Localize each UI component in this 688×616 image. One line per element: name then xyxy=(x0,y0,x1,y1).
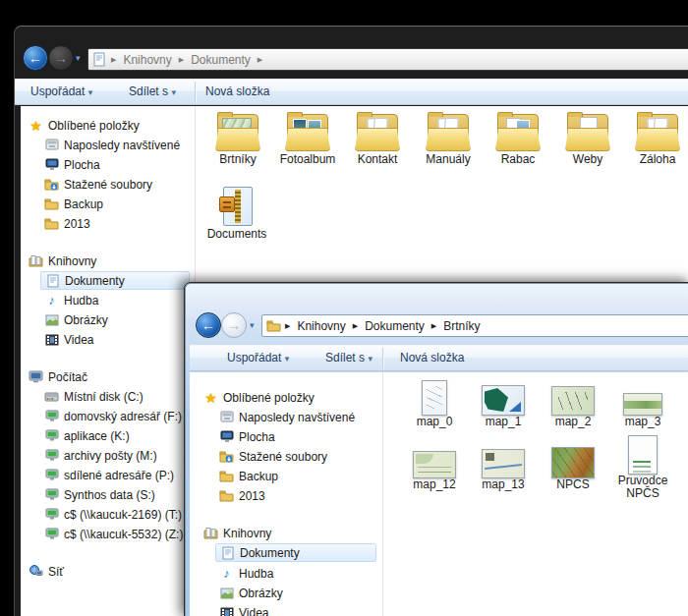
back-button[interactable]: ← xyxy=(23,45,48,71)
sidebar-item-recent[interactable]: Naposledy navštívené xyxy=(44,136,180,154)
videos-icon xyxy=(44,332,59,347)
file-documents-zip[interactable]: Documents xyxy=(202,185,271,241)
new-folder-button[interactable]: Nová složka xyxy=(400,351,464,364)
sidebar-item-obrazky[interactable]: Obrázky xyxy=(44,310,108,329)
sidebar-item-plocha[interactable]: Plocha xyxy=(219,427,275,446)
music-note-icon: ♪ xyxy=(219,566,234,581)
network-drive-icon xyxy=(44,468,59,482)
folder-icon xyxy=(425,114,472,151)
toolbar-separator xyxy=(195,82,196,102)
sidebar-item-backup[interactable]: Backup xyxy=(219,467,278,485)
sidebar-item-videa[interactable]: Videa xyxy=(219,603,268,616)
star-icon: ★ xyxy=(29,118,43,133)
map-thumbnail-icon xyxy=(623,393,662,416)
file-map_2[interactable]: map_2 xyxy=(542,374,604,428)
breadcrumb-knihovny[interactable]: Knihovny xyxy=(294,319,348,333)
organize-button[interactable]: Uspořádat ▾ xyxy=(227,351,289,364)
sidebar-item-dokumenty[interactable]: Dokumenty xyxy=(215,543,376,562)
sidebar-item-2013[interactable]: 2013 xyxy=(219,486,265,505)
sidebar-item-drive-k[interactable]: aplikace (K:) xyxy=(44,426,130,445)
pictures-icon xyxy=(219,586,234,600)
address-bar[interactable]: ▶ Knihovny ▶ Dokumenty ▶ xyxy=(87,48,688,71)
breadcrumb-dokumenty[interactable]: Dokumenty xyxy=(362,319,428,333)
file-npcs[interactable]: NPČS xyxy=(542,437,604,491)
sidebar-item-plocha[interactable]: Plocha xyxy=(44,155,100,174)
sidebar-item-drive-s[interactable]: Synthos data (S:) xyxy=(44,485,155,504)
sidebar-section-network[interactable]: Síť xyxy=(29,562,64,581)
folder-icon xyxy=(354,114,401,151)
chevron-down-icon: ▾ xyxy=(285,354,290,364)
sidebar-item-obrazky[interactable]: Obrázky xyxy=(219,584,283,602)
sidebar-item-disk-c[interactable]: Místní disk (C:) xyxy=(44,387,143,406)
folder-rabac[interactable]: Rabac xyxy=(484,110,552,166)
sidebar-item-hudba[interactable]: ♪Hudba xyxy=(219,564,273,583)
network-drive-icon xyxy=(44,448,59,463)
sidebar-item-backup[interactable]: Backup xyxy=(44,195,103,213)
file-map_12[interactable]: map_12 xyxy=(403,437,466,491)
breadcrumb-dokumenty[interactable]: Dokumenty xyxy=(188,53,254,67)
folder-zaloha[interactable]: Záloha xyxy=(623,110,688,166)
breadcrumb-separator: ▶ xyxy=(284,322,291,330)
sidebar-item-dokumenty[interactable]: Dokumenty xyxy=(40,271,190,290)
sidebar-item-drive-z[interactable]: c$ (\\kaucuk-5532) (Z:) xyxy=(44,525,183,543)
sidebar-item-drive-t[interactable]: c$ (\\kaucuk-2169) (T:) xyxy=(44,505,182,524)
window2-titlebar[interactable] xyxy=(186,284,688,309)
window1-titlebar[interactable] xyxy=(15,27,688,42)
history-dropdown[interactable]: ▾ xyxy=(250,321,255,330)
forward-button[interactable]: → xyxy=(221,312,247,338)
sidebar-item-drive-p[interactable]: sdílené adresáře (P:) xyxy=(44,466,174,484)
folder-weby[interactable]: Weby xyxy=(553,110,622,166)
sidebar-item-downloads[interactable]: Stažené soubory xyxy=(219,447,327,466)
sidebar-item-videa[interactable]: Videa xyxy=(44,330,93,349)
back-arrow-icon: ← xyxy=(201,318,215,332)
share-button[interactable]: Sdílet s ▾ xyxy=(325,351,373,364)
folder-icon xyxy=(44,196,59,211)
forward-arrow-icon: → xyxy=(54,51,68,65)
hard-disk-icon xyxy=(44,389,59,404)
breadcrumb-separator: ▶ xyxy=(178,56,185,64)
breadcrumb-brtniky[interactable]: Brtníky xyxy=(440,319,483,333)
sidebar-item-recent[interactable]: Naposledy navštívené xyxy=(219,408,355,426)
back-button[interactable]: ← xyxy=(196,312,221,338)
breadcrumb-knihovny[interactable]: Knihovny xyxy=(120,53,174,67)
sidebar-item-2013[interactable]: 2013 xyxy=(44,214,90,233)
file-map_3[interactable]: map_3 xyxy=(611,374,674,428)
file-map_0[interactable]: map_0 xyxy=(403,374,466,428)
sidebar-item-downloads[interactable]: Stažené soubory xyxy=(44,175,152,194)
breadcrumb-separator: ▶ xyxy=(257,56,263,64)
folder-kontakt[interactable]: Kontakt xyxy=(343,110,412,166)
history-dropdown[interactable]: ▾ xyxy=(76,54,81,63)
address-bar[interactable]: ▶ Knihovny ▶ Dokumenty ▶ Brtníky xyxy=(261,314,688,337)
organize-button[interactable]: Uspořádat ▾ xyxy=(30,84,92,98)
back-arrow-icon: ← xyxy=(29,51,42,65)
folder-fotoalbum[interactable]: Fotoalbum xyxy=(273,110,342,166)
recent-places-icon xyxy=(44,138,59,152)
share-button[interactable]: Sdílet s ▾ xyxy=(129,84,176,98)
folder-icon xyxy=(44,216,59,231)
sidebar-item-drive-m[interactable]: archivy pošty (M:) xyxy=(44,446,157,465)
sidebar-section-favorites[interactable]: ★Oblíbené položky xyxy=(203,388,315,407)
new-folder-button[interactable]: Nová složka xyxy=(205,84,269,98)
sidebar-section-libraries[interactable]: Knihovny xyxy=(29,252,96,270)
forward-button[interactable]: → xyxy=(48,45,74,71)
toolbar: Uspořádat ▾ Sdílet s ▾ Nová složka xyxy=(15,79,688,105)
desktop: ← → ▾ ▶ Knihovny ▶ Dokumenty ▶ Uspořádat… xyxy=(0,0,688,616)
folder-icon xyxy=(266,318,281,333)
zip-file-icon xyxy=(219,187,255,226)
folder-icon xyxy=(564,114,611,151)
file-map_13[interactable]: map_13 xyxy=(472,437,535,491)
sidebar-section-favorites[interactable]: ★Oblíbené položky xyxy=(29,116,140,135)
breadcrumb-separator: ▶ xyxy=(110,56,117,64)
sidebar-section-computer[interactable]: Počítač xyxy=(29,367,87,386)
map-thumbnail-icon xyxy=(551,447,595,478)
sidebar-section-libraries[interactable]: Knihovny xyxy=(203,524,271,542)
chevron-down-icon: ▾ xyxy=(171,87,176,97)
chevron-down-icon: ▾ xyxy=(88,87,93,97)
sidebar-item-hudba[interactable]: ♪Hudba xyxy=(44,291,98,309)
file-pruvodce-npcs[interactable]: Pruvodce NPČS xyxy=(611,433,674,500)
desktop-icon xyxy=(44,157,59,172)
sidebar-item-drive-f[interactable]: domovský adresář (F:) xyxy=(44,407,182,425)
file-map_1[interactable]: map_1 xyxy=(472,374,535,428)
folder-manualy[interactable]: Manuály xyxy=(414,110,483,166)
folder-brtniky[interactable]: Brtníky xyxy=(203,110,272,166)
